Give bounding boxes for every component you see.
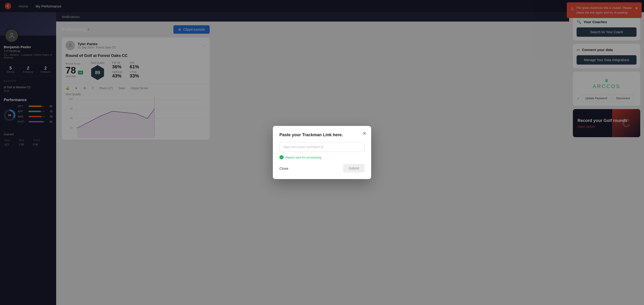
modal-footer: Close Submit bbox=[280, 164, 364, 172]
modal-close-x-button[interactable]: ✕ bbox=[362, 130, 366, 136]
modal-close-button[interactable]: Close bbox=[280, 164, 288, 172]
modal-overlay[interactable]: Paste your Trackman Link here. ✕ ✓ Repor… bbox=[0, 0, 644, 305]
trackman-modal: Paste your Trackman Link here. ✕ ✓ Repor… bbox=[273, 126, 371, 179]
modal-success-message: ✓ Report sent for processing bbox=[280, 155, 364, 160]
modal-title: Paste your Trackman Link here. bbox=[280, 132, 364, 138]
trackman-link-input[interactable] bbox=[280, 142, 364, 152]
modal-submit-button[interactable]: Submit bbox=[343, 164, 364, 172]
success-check-icon: ✓ bbox=[280, 155, 284, 160]
success-text: Report sent for processing bbox=[286, 156, 321, 159]
